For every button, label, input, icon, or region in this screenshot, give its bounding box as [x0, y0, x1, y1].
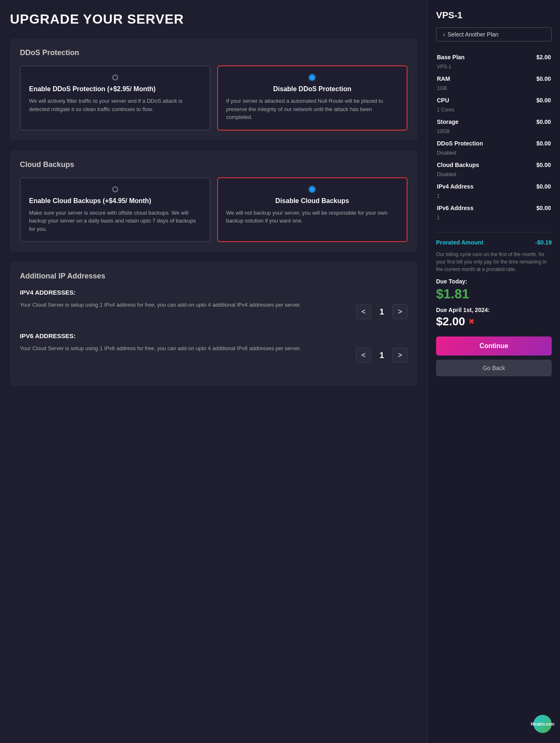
logo-text: Hicalro.com	[531, 722, 554, 726]
backup-enable-radio	[112, 186, 118, 192]
backup-disable-radio	[309, 186, 315, 192]
due-today-label: Due Today:	[436, 278, 552, 285]
vps-title: VPS-1	[436, 10, 552, 21]
price-sub-label-2: 1 Cores	[436, 106, 552, 116]
ddos-disable-desc: If your server is attacked a automated N…	[226, 97, 399, 121]
prorated-label: Prorated Amount	[436, 239, 483, 246]
ddos-disable-radio	[309, 75, 315, 80]
price-row-2: CPU $0.00	[436, 94, 552, 106]
ddos-enable-title: Enable DDoS Protection (+$2.95/ Month)	[29, 85, 201, 93]
price-row-label-1: RAM	[436, 73, 522, 85]
price-row-5: Cloud Backups $0.00	[436, 159, 552, 171]
price-row-1: RAM $0.00	[436, 73, 552, 85]
backup-enable-card[interactable]: Enable Cloud Backups (+$4.95/ Month) Mak…	[20, 177, 211, 242]
price-sub-row-2: 1 Cores	[436, 106, 552, 116]
price-row-7: IPv6 Address $0.00	[436, 202, 552, 214]
chevron-left-icon: ‹	[443, 31, 445, 38]
ipv6-stepper: < 1 >	[356, 348, 407, 363]
price-row-label-6: IPv4 Address	[436, 181, 522, 192]
select-plan-label: Select Another Plan	[448, 31, 499, 38]
ddos-enable-card[interactable]: Enable DDoS Protection (+$2.95/ Month) W…	[20, 65, 211, 131]
logo-area: Hicalro.com	[436, 707, 552, 733]
right-panel: VPS-1 ‹ Select Another Plan Base Plan $2…	[427, 0, 560, 743]
price-sub-row-1: 1GB	[436, 85, 552, 94]
backups-section-title: Cloud Backups	[20, 160, 407, 169]
price-row-3: Storage $0.00	[436, 116, 552, 128]
ipv4-stepper: < 1 >	[356, 304, 407, 319]
price-row-label-0: Base Plan	[436, 51, 522, 63]
price-sub-row-4: Disabled	[436, 149, 552, 159]
backups-options-row: Enable Cloud Backups (+$4.95/ Month) Mak…	[20, 177, 407, 242]
price-row-label-3: Storage	[436, 116, 522, 128]
backup-enable-title: Enable Cloud Backups (+$4.95/ Month)	[29, 197, 201, 205]
price-row-0: Base Plan $2.00	[436, 51, 552, 63]
ipv4-row: Your Cloud Server is setup using 1 IPv4 …	[20, 301, 407, 319]
price-sub-row-3: 10GB	[436, 128, 552, 138]
due-later-label: Due April 1st, 2024:	[436, 307, 552, 313]
backup-enable-desc: Make sure your server is secure with off…	[29, 209, 201, 233]
ddos-section-title: DDoS Protection	[20, 48, 407, 57]
page-title: UPGRADE YOUR SERVER	[10, 12, 417, 27]
price-sub-label-7: 1	[436, 214, 552, 224]
ipv4-next-btn[interactable]: >	[393, 304, 407, 319]
price-row-value-3: $0.00	[522, 116, 552, 128]
price-row-label-4: DDoS Protection	[436, 138, 522, 149]
price-sub-row-7: 1	[436, 214, 552, 224]
backup-disable-title: Disable Cloud Backups	[226, 197, 399, 205]
ipv6-row: Your Cloud Server is setup using 1 IPv6 …	[20, 344, 407, 363]
ip-section-title: Additional IP Addresses	[20, 272, 407, 281]
price-row-label-2: CPU	[436, 94, 522, 106]
price-table: Base Plan $2.00 VPS-1 RAM $0.00 1GB CPU …	[436, 51, 552, 224]
price-row-value-0: $2.00	[522, 51, 552, 63]
price-divider	[436, 232, 552, 232]
price-sub-label-0: VPS-1	[436, 63, 552, 73]
price-sub-label-6: 1	[436, 192, 552, 202]
left-panel: UPGRADE YOUR SERVER DDoS Protection Enab…	[0, 0, 427, 743]
price-row-value-4: $0.00	[522, 138, 552, 149]
price-sub-label-1: 1GB	[436, 85, 552, 94]
price-sub-label-4: Disabled	[436, 149, 552, 159]
backups-section: Cloud Backups Enable Cloud Backups (+$4.…	[10, 150, 417, 252]
ipv4-value: 1	[378, 307, 386, 317]
ddos-enable-radio	[112, 75, 118, 80]
ipv4-label: IPV4 ADDRESSES:	[20, 289, 407, 296]
price-sub-label-5: Disabled	[436, 171, 552, 181]
prorated-row: Prorated Amount -$0.19	[436, 239, 552, 246]
billing-note: Our billing cycle runs on the first of t…	[436, 251, 552, 273]
price-sub-row-6: 1	[436, 192, 552, 202]
strikethrough-icon: ✖	[468, 317, 475, 326]
select-plan-button[interactable]: ‹ Select Another Plan	[436, 27, 552, 41]
ipv6-value: 1	[378, 351, 386, 360]
due-later-row: $2.00 ✖	[436, 315, 552, 328]
ipv6-prev-btn[interactable]: <	[356, 348, 371, 363]
hicalro-logo: Hicalro.com	[533, 715, 552, 733]
backup-disable-card[interactable]: Disable Cloud Backups We will not backup…	[217, 177, 408, 242]
ipv4-desc: Your Cloud Server is setup using 1 IPv4 …	[20, 301, 346, 310]
continue-button[interactable]: Continue	[436, 336, 552, 356]
ip-section: Additional IP Addresses IPV4 ADDRESSES: …	[10, 262, 417, 386]
ddos-disable-card[interactable]: Disable DDoS Protection If your server i…	[217, 65, 408, 131]
price-sub-row-5: Disabled	[436, 171, 552, 181]
ipv6-next-btn[interactable]: >	[393, 348, 407, 363]
price-row-value-5: $0.00	[522, 159, 552, 171]
price-row-label-5: Cloud Backups	[436, 159, 522, 171]
price-row-label-7: IPv6 Address	[436, 202, 522, 214]
ipv6-label: IPV6 ADDRESSES:	[20, 332, 407, 339]
ipv4-prev-btn[interactable]: <	[356, 304, 371, 319]
price-row-value-6: $0.00	[522, 181, 552, 192]
due-later-amount: $2.00	[436, 315, 465, 328]
price-row-4: DDoS Protection $0.00	[436, 138, 552, 149]
price-row-value-7: $0.00	[522, 202, 552, 214]
backup-disable-desc: We will not backup your server, you will…	[226, 209, 399, 225]
price-sub-label-3: 10GB	[436, 128, 552, 138]
goback-button[interactable]: Go Back	[436, 360, 552, 376]
ddos-options-row: Enable DDoS Protection (+$2.95/ Month) W…	[20, 65, 407, 131]
price-sub-row-0: VPS-1	[436, 63, 552, 73]
due-today-amount: $1.81	[436, 286, 552, 302]
ddos-enable-desc: We will actively filter traffic to your …	[29, 97, 201, 113]
price-row-value-1: $0.00	[522, 73, 552, 85]
ipv6-desc: Your Cloud Server is setup using 1 IPv6 …	[20, 344, 346, 353]
ddos-section: DDoS Protection Enable DDoS Protection (…	[10, 39, 417, 140]
price-row-value-2: $0.00	[522, 94, 552, 106]
price-row-6: IPv4 Address $0.00	[436, 181, 552, 192]
